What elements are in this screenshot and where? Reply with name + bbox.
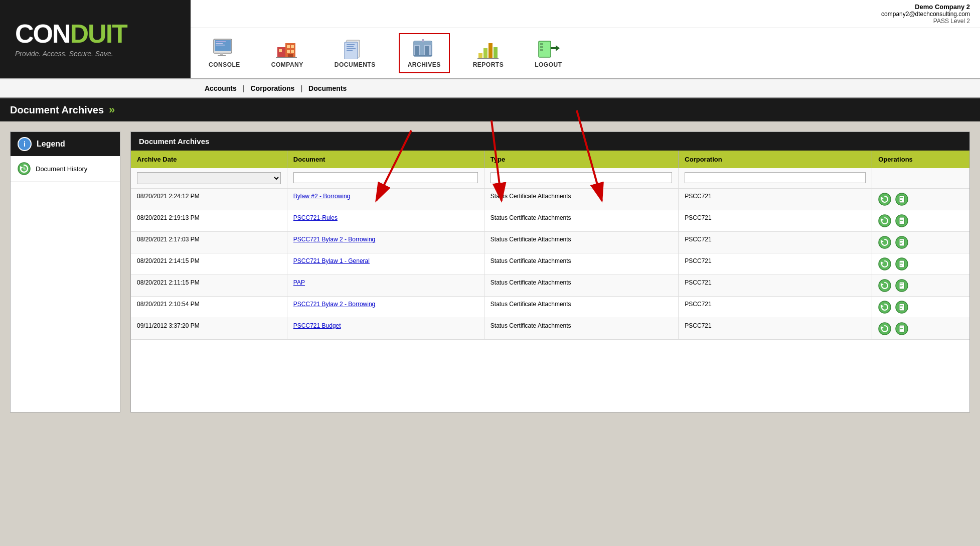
cell-document[interactable]: PSCC721-Rules <box>287 210 484 232</box>
nav-item-documents[interactable]: DOCUMENTS <box>326 34 384 72</box>
archives-nav-label: ARCHIVES <box>408 61 441 68</box>
subnav-sep2: | <box>300 84 302 92</box>
restore-icon[interactable] <box>878 214 891 227</box>
svg-rect-34 <box>483 48 487 58</box>
filter-corp-cell[interactable] <box>679 168 872 189</box>
nav-item-console[interactable]: CONSOLE <box>201 34 248 72</box>
table-row: 08/20/2021 2:14:15 PMPSCC721 Bylaw 1 - G… <box>131 253 969 275</box>
table-body: 08/20/2021 2:24:12 PMBylaw #2 - Borrowin… <box>131 189 969 340</box>
cell-operations <box>872 232 969 253</box>
svg-rect-13 <box>291 50 294 53</box>
svg-rect-25 <box>347 50 353 51</box>
svg-rect-30 <box>425 46 429 55</box>
svg-rect-29 <box>420 44 424 55</box>
svg-rect-88 <box>900 307 903 307</box>
svg-rect-89 <box>900 308 902 309</box>
filter-doc-input[interactable] <box>293 172 478 183</box>
restore-icon[interactable] <box>878 236 891 249</box>
nav-item-company[interactable]: COMPANY <box>263 34 311 72</box>
restore-icon[interactable] <box>878 257 891 270</box>
document-link[interactable]: Bylaw #2 - Borrowing <box>293 193 350 200</box>
doc-history-label: Document History <box>36 165 87 173</box>
svg-rect-37 <box>477 58 499 59</box>
svg-rect-60 <box>900 220 903 221</box>
document-link[interactable]: PSCC721 Bylaw 2 - Borrowing <box>293 236 375 243</box>
svg-rect-68 <box>900 243 902 244</box>
filter-date-select[interactable] <box>137 172 281 184</box>
document-link[interactable]: PAP <box>293 279 305 286</box>
company-icon <box>275 38 300 59</box>
cell-corporation: PSCC721 <box>679 275 872 297</box>
cell-document[interactable]: PSCC721 Bylaw 2 - Borrowing <box>287 232 484 253</box>
filter-doc-cell[interactable] <box>287 168 484 189</box>
svg-rect-47 <box>24 169 26 170</box>
nav-item-logout[interactable]: LOGOUT <box>527 34 570 72</box>
archive-doc-icon[interactable] <box>895 257 908 270</box>
archive-doc-icon[interactable] <box>895 279 908 292</box>
svg-rect-9 <box>279 49 282 52</box>
subnav-accounts[interactable]: Accounts <box>205 84 237 92</box>
ops-cell <box>878 257 963 270</box>
restore-icon[interactable] <box>878 322 891 335</box>
archive-doc-icon[interactable] <box>895 236 908 249</box>
svg-rect-33 <box>478 53 482 58</box>
main-content: i Legend Document History Document Archi… <box>0 121 980 423</box>
cell-type: Status Certificate Attachments <box>484 253 678 275</box>
filter-type-cell[interactable] <box>484 168 678 189</box>
table-row: 09/11/2012 3:37:20 PMPSCC721 BudgetStatu… <box>131 318 969 340</box>
nav-section: Demo Company 2 company2@dtechconsulting.… <box>191 0 980 78</box>
cell-date: 08/20/2021 2:24:12 PM <box>131 189 287 210</box>
svg-rect-35 <box>488 43 493 58</box>
cell-date: 08/20/2021 2:17:03 PM <box>131 232 287 253</box>
col-archive-date: Archive Date <box>131 151 287 168</box>
ops-cell <box>878 193 963 206</box>
nav-item-reports[interactable]: REPORTS <box>465 34 512 72</box>
user-bar: Demo Company 2 company2@dtechconsulting.… <box>191 0 980 28</box>
svg-rect-80 <box>900 284 903 284</box>
subnav-corporations[interactable]: Corporations <box>251 84 295 92</box>
svg-rect-7 <box>277 47 285 58</box>
cell-document[interactable]: PAP <box>287 275 484 297</box>
table-row: 08/20/2021 2:19:13 PMPSCC721-RulesStatus… <box>131 210 969 232</box>
restore-icon[interactable] <box>878 193 891 206</box>
archive-doc-icon[interactable] <box>895 322 908 335</box>
cell-operations <box>872 189 969 210</box>
ops-cell <box>878 214 963 227</box>
cell-document[interactable]: PSCC721 Budget <box>287 318 484 340</box>
table-row: 08/20/2021 2:24:12 PMBylaw #2 - Borrowin… <box>131 189 969 210</box>
logo-duit: DUIT <box>70 19 127 48</box>
filter-corp-input[interactable] <box>685 172 866 183</box>
filter-date-cell[interactable] <box>131 168 287 189</box>
table-row: 08/20/2021 2:11:15 PMPAPStatus Certifica… <box>131 275 969 297</box>
cell-document[interactable]: PSCC721 Bylaw 1 - General <box>287 253 484 275</box>
svg-rect-61 <box>900 222 902 222</box>
nav-item-archives[interactable]: ARCHIVES <box>399 33 450 73</box>
cell-corporation: PSCC721 <box>679 297 872 318</box>
document-link[interactable]: PSCC721 Budget <box>293 322 341 329</box>
cell-date: 09/11/2012 3:37:20 PM <box>131 318 287 340</box>
document-link[interactable]: PSCC721 Bylaw 2 - Borrowing <box>293 301 375 308</box>
svg-rect-81 <box>900 285 903 286</box>
svg-point-90 <box>879 323 891 335</box>
archive-doc-icon[interactable] <box>895 193 908 206</box>
cell-type: Status Certificate Attachments <box>484 297 678 318</box>
archive-doc-icon[interactable] <box>895 214 908 227</box>
archives-icon <box>412 38 437 59</box>
filter-type-input[interactable] <box>491 172 672 183</box>
archive-doc-icon[interactable] <box>895 301 908 314</box>
cell-document[interactable]: PSCC721 Bylaw 2 - Borrowing <box>287 297 484 318</box>
cell-date: 08/20/2021 2:10:54 PM <box>131 297 287 318</box>
doc-archives-panel: Document Archives Archive Date Document … <box>130 131 970 413</box>
document-link[interactable]: PSCC721 Bylaw 1 - General <box>293 257 370 264</box>
restore-icon[interactable] <box>878 279 891 292</box>
svg-rect-67 <box>900 242 903 242</box>
cell-operations <box>872 253 969 275</box>
document-link[interactable]: PSCC721-Rules <box>293 214 338 221</box>
svg-rect-11 <box>291 45 294 48</box>
sub-nav: Accounts | Corporations | Documents <box>0 79 980 98</box>
restore-icon[interactable] <box>878 301 891 314</box>
cell-document[interactable]: Bylaw #2 - Borrowing <box>287 189 484 210</box>
svg-rect-12 <box>287 50 290 53</box>
svg-rect-52 <box>900 197 903 198</box>
subnav-documents[interactable]: Documents <box>308 84 347 92</box>
